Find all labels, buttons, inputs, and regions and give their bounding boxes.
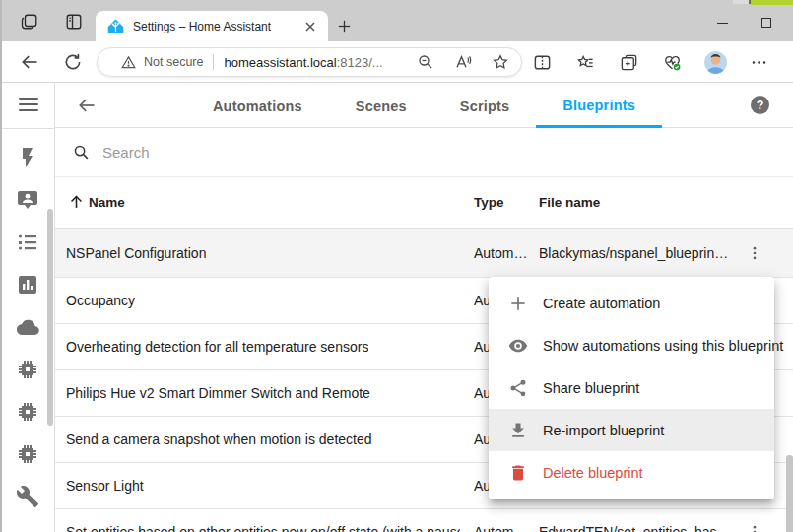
device-chip-icon[interactable]: [16, 400, 39, 424]
tab-scenes[interactable]: Scenes: [329, 83, 433, 128]
tab-title: Settings – Home Assistant: [133, 20, 302, 33]
profile-avatar[interactable]: [694, 47, 737, 77]
download-icon: [508, 421, 528, 440]
tab-close-icon[interactable]: [302, 19, 318, 34]
row-name: Overheating detection for all temperatur…: [66, 339, 368, 355]
search-input[interactable]: [102, 144, 595, 161]
plus-icon: [508, 294, 528, 313]
developer-tools-icon[interactable]: [16, 485, 39, 508]
menu-item-reimport-blueprint[interactable]: Re-import blueprint: [489, 409, 774, 451]
refresh-icon[interactable]: [63, 52, 83, 72]
row-name: Send a camera snapshot when motion is de…: [66, 432, 372, 447]
todo-list-icon[interactable]: [16, 231, 39, 254]
row-file: Blackymas/nspanel_blueprin…: [539, 245, 728, 261]
app-sidebar: [0, 83, 55, 532]
blueprint-context-menu: Create automation Show automations using…: [489, 277, 774, 499]
row-name: Sensor Light: [66, 478, 144, 494]
row-name: Set entities based on other entities new…: [66, 524, 460, 532]
more-icon[interactable]: [737, 47, 780, 77]
share-icon: [508, 378, 528, 398]
address-bar[interactable]: Not secure homeassistant.local:8123/...: [97, 47, 522, 77]
address-host[interactable]: homeassistant.local: [224, 55, 336, 70]
search-icon: [73, 144, 90, 161]
main-scrollbar[interactable]: [786, 455, 793, 532]
app-main: Automations Scenes Scripts Blueprints ? …: [55, 83, 793, 532]
table-row[interactable]: NSPanel Configuration Autom… Blackymas/n…: [55, 229, 793, 278]
security-label[interactable]: Not secure: [144, 55, 203, 69]
row-overflow-icon[interactable]: [746, 523, 763, 532]
split-screen-icon[interactable]: [520, 47, 563, 77]
window-frame: [0, 0, 2, 532]
menu-item-delete-blueprint[interactable]: Delete blueprint: [489, 451, 774, 494]
column-header-type[interactable]: Type: [474, 195, 504, 210]
tab-scripts[interactable]: Scripts: [433, 83, 537, 128]
warning-icon: [121, 55, 136, 70]
app-header: Automations Scenes Scripts Blueprints ?: [55, 83, 793, 128]
menu-item-label: Delete blueprint: [543, 465, 643, 481]
menu-item-label: Create automation: [543, 296, 660, 311]
browser-tab-settings[interactable]: Settings – Home Assistant: [96, 11, 328, 41]
menu-icon[interactable]: [19, 98, 38, 111]
read-aloud-icon[interactable]: [454, 53, 472, 71]
collections-icon[interactable]: [607, 47, 650, 77]
browser-toolbar: Not secure homeassistant.local:8123/...: [0, 41, 793, 83]
screen-edge-accent: [751, 0, 793, 5]
back-icon[interactable]: [20, 52, 39, 72]
row-name: Philips Hue v2 Smart Dimmer Switch and R…: [66, 385, 370, 401]
tab-automations[interactable]: Automations: [186, 83, 329, 128]
help-icon[interactable]: ?: [751, 96, 769, 114]
menu-item-create-automation[interactable]: Create automation: [489, 282, 774, 324]
row-name: NSPanel Configuration: [66, 245, 206, 261]
screen-edge-strip: [733, 0, 751, 4]
device-chip-icon[interactable]: [16, 442, 39, 466]
sort-ascending-icon[interactable]: [68, 193, 85, 210]
row-type: Autom…: [474, 524, 527, 532]
cloud-icon[interactable]: [16, 315, 39, 339]
home-assistant-app: Automations Scenes Scripts Blueprints ? …: [0, 83, 793, 532]
history-icon[interactable]: [16, 273, 39, 297]
address-path[interactable]: :8123/...: [337, 55, 383, 70]
column-header-file[interactable]: File name: [539, 195, 600, 210]
browser-titlebar: Settings – Home Assistant: [0, 0, 793, 41]
sidebar-scrollbar[interactable]: [47, 209, 53, 426]
vertical-tabs-icon[interactable]: [65, 13, 83, 31]
new-tab-icon[interactable]: [336, 18, 353, 34]
tab-blueprints[interactable]: Blueprints: [536, 83, 662, 128]
eye-icon: [508, 336, 528, 356]
menu-item-label: Show automations using this blueprint: [543, 338, 783, 354]
toolbar-right-icons: [520, 47, 780, 77]
home-assistant-favicon: [107, 18, 124, 34]
workspaces-icon[interactable]: [21, 13, 38, 31]
menu-item-label: Re-import blueprint: [543, 423, 664, 438]
favorite-star-icon[interactable]: [492, 53, 509, 71]
row-name: Occupancy: [66, 293, 135, 308]
menu-item-show-automations[interactable]: Show automations using this blueprint: [489, 324, 774, 366]
column-header-name[interactable]: Name: [89, 195, 125, 210]
zoom-out-icon[interactable]: [417, 53, 434, 71]
trash-icon: [508, 463, 528, 483]
row-file: EdwardTEN/set_entities_has…: [539, 524, 731, 532]
table-row[interactable]: Set entities based on other entities new…: [55, 509, 793, 532]
minimize-button[interactable]: [707, 12, 737, 33]
energy-icon[interactable]: [16, 146, 39, 169]
favorites-hub-icon[interactable]: [563, 47, 607, 77]
menu-item-label: Share blueprint: [543, 380, 639, 396]
search-bar: [55, 128, 793, 177]
row-overflow-icon[interactable]: [746, 244, 763, 262]
device-chip-icon[interactable]: [16, 358, 39, 381]
app-tab-bar: Automations Scenes Scripts Blueprints: [55, 83, 793, 128]
sidebar-divider: [0, 128, 55, 129]
table-header: Name Type File name: [55, 177, 793, 229]
browser-window: Settings – Home Assistant Not secure hom…: [0, 0, 793, 532]
row-type: Autom…: [474, 245, 527, 261]
address-separator: [213, 54, 214, 70]
maximize-button[interactable]: [752, 12, 781, 33]
voice-assistant-icon[interactable]: [16, 188, 39, 212]
browser-essentials-icon[interactable]: [650, 47, 694, 77]
menu-item-share-blueprint[interactable]: Share blueprint: [489, 366, 774, 409]
